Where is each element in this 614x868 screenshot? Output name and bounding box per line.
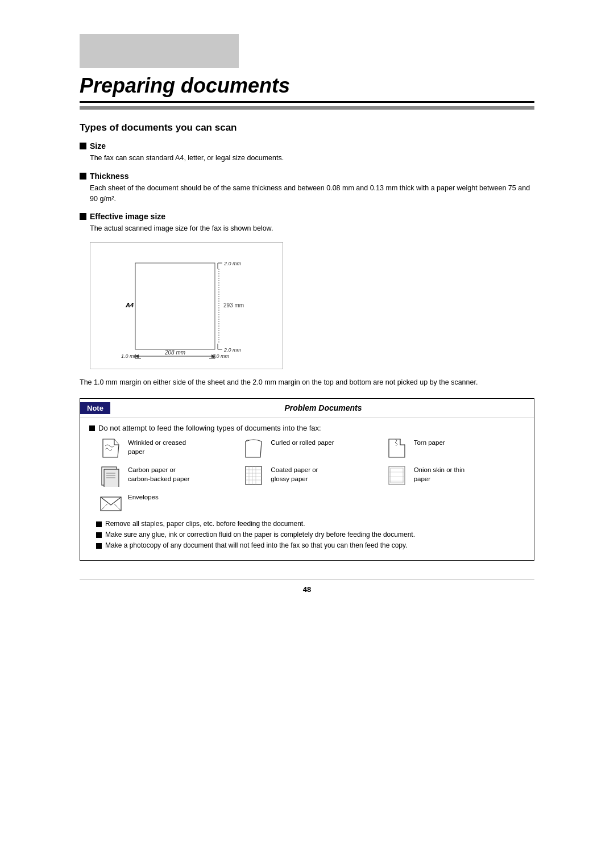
note-header: Note Problem Documents: [80, 399, 534, 418]
doc-label-onion: Onion skin or thinpaper: [414, 465, 465, 483]
coated-paper-icon: [241, 464, 266, 487]
doc-item-curled: Curled or rolled paper: [241, 437, 381, 460]
effective-image-diagram: 2.0 mm 2.0 mm 1.0 mm 1.0 mm 208 mm: [90, 242, 283, 369]
note-bullet-3: Make a photocopy of any document that wi…: [96, 541, 518, 549]
note-bullet-3-text: Make a photocopy of any document that wi…: [105, 541, 407, 549]
page: Preparing documents Types of documents y…: [0, 0, 614, 868]
doc-item-carbon: Carbon paper orcarbon-backed paper: [98, 464, 239, 487]
note-box: Note Problem Documents Do not attempt to…: [80, 398, 534, 561]
doc-item-onion: Onion skin or thinpaper: [384, 464, 525, 487]
bullet-icon: [96, 532, 102, 538]
note-bullet-1: Remove all staples, paper clips, etc. be…: [96, 520, 518, 528]
subsection-effective-image-body: The actual scanned image size for the fa…: [90, 223, 534, 234]
torn-paper-icon: [384, 437, 409, 460]
bullet-icon: [96, 521, 102, 527]
problem-docs-grid: Wrinkled or creasedpaper Curled or rolle…: [98, 437, 525, 514]
doc-item-torn: Torn paper: [384, 437, 525, 460]
doc-label-curled: Curled or rolled paper: [271, 438, 334, 447]
note-bullet-2: Make sure any glue, ink or correction fl…: [96, 531, 518, 539]
doc-label-carbon: Carbon paper orcarbon-backed paper: [128, 465, 190, 483]
doc-label-envelope: Envelopes: [128, 493, 159, 502]
note-label: Note: [80, 402, 110, 414]
note-subtitle: Problem Documents: [119, 403, 527, 412]
subsection-size-title: Size: [80, 141, 534, 151]
wrinkled-paper-icon: [98, 437, 123, 460]
doc-item-coated: Coated paper orglossy paper: [241, 464, 381, 487]
subsection-size: Size The fax can scan standard A4, lette…: [80, 141, 534, 164]
subsection-thickness-title: Thickness: [80, 172, 534, 181]
svg-text:2.0 mm: 2.0 mm: [223, 347, 242, 353]
note-intro-row: Do not attempt to feed the following typ…: [89, 424, 525, 432]
page-number: 48: [80, 579, 534, 594]
gray-banner: [80, 34, 239, 68]
doc-item-wrinkled: Wrinkled or creasedpaper: [98, 437, 239, 460]
bullet-icon: [80, 213, 86, 220]
bullet-icon: [80, 173, 86, 180]
subsection-thickness-body: Each sheet of the document should be of …: [90, 183, 534, 205]
note-intro-text: Do not attempt to feed the following typ…: [98, 424, 321, 432]
onion-paper-icon: [384, 464, 409, 487]
note-bullet-2-text: Make sure any glue, ink or correction fl…: [105, 531, 415, 539]
note-bullet-1-text: Remove all staples, paper clips, etc. be…: [105, 520, 305, 528]
carbon-paper-icon: [98, 464, 123, 487]
subsection-effective-image: Effective image size The actual scanned …: [80, 212, 534, 369]
doc-label-coated: Coated paper orglossy paper: [271, 465, 318, 483]
curled-paper-icon: [241, 437, 266, 460]
note-bullets-bottom: Remove all staples, paper clips, etc. be…: [89, 520, 525, 549]
svg-text:A4: A4: [125, 302, 134, 308]
section-title: Types of documents you can scan: [80, 122, 534, 133]
svg-text:293 mm: 293 mm: [223, 302, 244, 308]
doc-item-envelope: Envelopes: [98, 491, 239, 514]
svg-text:2.0 mm: 2.0 mm: [223, 261, 242, 266]
svg-rect-0: [135, 263, 215, 349]
subsection-size-body: The fax can scan standard A4, letter, or…: [90, 153, 534, 164]
svg-text:208 mm: 208 mm: [164, 349, 185, 356]
doc-label-torn: Torn paper: [414, 438, 445, 447]
svg-rect-25: [246, 466, 262, 485]
margin-note: The 1.0 mm margin on either side of the …: [80, 377, 534, 388]
subsection-effective-image-title: Effective image size: [80, 212, 534, 221]
doc-label-wrinkled: Wrinkled or creasedpaper: [128, 438, 186, 456]
bullet-icon: [80, 143, 86, 149]
page-title: Preparing documents: [80, 74, 534, 103]
subsection-thickness: Thickness Each sheet of the document sho…: [80, 172, 534, 205]
bullet-icon: [96, 543, 102, 549]
envelope-icon: [98, 491, 123, 514]
title-underline: [80, 106, 534, 110]
bullet-icon: [89, 425, 95, 431]
svg-rect-21: [104, 469, 119, 487]
svg-rect-33: [389, 466, 405, 485]
note-body: Do not attempt to feed the following typ…: [80, 418, 534, 549]
